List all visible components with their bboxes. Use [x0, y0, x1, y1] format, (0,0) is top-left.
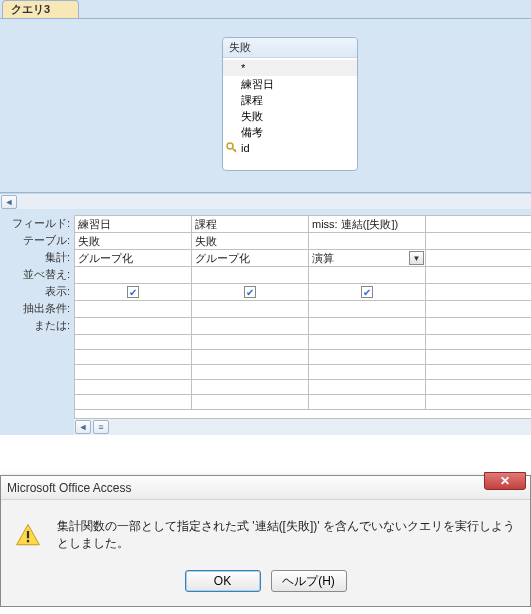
query-tab[interactable]: クエリ3 [2, 0, 79, 18]
dialog-message: 集計関数の一部として指定された式 '連結([失敗])' を含んでいないクエリを実… [57, 518, 516, 552]
field-name: * [241, 62, 245, 74]
cell-blank[interactable] [75, 335, 192, 349]
cell-total-value: 演算 [312, 251, 334, 266]
help-button[interactable]: ヘルプ(H) [271, 570, 347, 592]
page-gap [0, 435, 531, 475]
field-name: 失敗 [241, 109, 263, 124]
cell-blank[interactable] [309, 365, 426, 379]
cell-or[interactable] [309, 318, 426, 334]
grid-cells: 練習日 課程 miss: 連結([失敗]) 失敗 失敗 グループ化 グループ化 … [74, 215, 531, 419]
grid-row-blank [75, 350, 531, 365]
cell-total[interactable]: 演算 ▼ [309, 250, 426, 266]
row-header-blank [0, 334, 74, 351]
row-header-table: テーブル: [0, 232, 74, 249]
grid-hscrollbar[interactable]: ◄ ≡ [74, 419, 531, 435]
grid-row-table: 失敗 失敗 [75, 233, 531, 250]
qbe-grid: フィールド: テーブル: 集計: 並べ替え: 表示: 抽出条件: または: 練習… [0, 215, 531, 419]
field-name: id [241, 142, 250, 154]
cell-total[interactable]: グループ化 [75, 250, 192, 266]
object-tab-strip: クエリ3 [0, 0, 531, 18]
cell-sort[interactable] [309, 267, 426, 283]
cell-show[interactable]: ✔ [192, 284, 309, 300]
field-row[interactable]: 備考 [223, 124, 357, 140]
cell-or[interactable] [192, 318, 309, 334]
row-header-sort: 並べ替え: [0, 266, 74, 283]
grid-row-blank [75, 395, 531, 410]
grid-row-blank [75, 365, 531, 380]
checkbox-icon[interactable]: ✔ [361, 286, 373, 298]
cell-blank[interactable] [75, 365, 192, 379]
row-header-field: フィールド: [0, 215, 74, 232]
cell-table[interactable] [309, 233, 426, 249]
cell-blank[interactable] [309, 395, 426, 409]
field-row[interactable]: id [223, 140, 357, 156]
cell-show[interactable]: ✔ [309, 284, 426, 300]
table-box-title: 失敗 [223, 38, 357, 58]
cell-blank[interactable] [75, 350, 192, 364]
field-list[interactable]: * 練習日 課程 失敗 備考 id [223, 58, 357, 170]
cell-show[interactable]: ✔ [75, 284, 192, 300]
cell-or[interactable] [75, 318, 192, 334]
cell-field[interactable]: miss: 連結([失敗]) [309, 216, 426, 232]
query-design-workspace: クエリ3 失敗 * 練習日 課程 失敗 備考 id ◄ フィールド: テーブル: [0, 0, 531, 435]
dropdown-button[interactable]: ▼ [409, 251, 424, 265]
row-header-blank [0, 402, 74, 419]
row-header-or: または: [0, 317, 74, 334]
field-name: 備考 [241, 125, 263, 140]
checkbox-icon[interactable]: ✔ [244, 286, 256, 298]
row-header-col: フィールド: テーブル: 集計: 並べ替え: 表示: 抽出条件: または: [0, 215, 74, 419]
table-box[interactable]: 失敗 * 練習日 課程 失敗 備考 id [222, 37, 358, 171]
scroll-thumb-icon[interactable]: ≡ [93, 420, 109, 434]
field-name: 課程 [241, 93, 263, 108]
cell-sort[interactable] [75, 267, 192, 283]
grid-row-blank [75, 335, 531, 350]
cell-blank[interactable] [192, 380, 309, 394]
field-row[interactable]: 練習日 [223, 76, 357, 92]
cell-blank[interactable] [309, 350, 426, 364]
grid-row-criteria [75, 301, 531, 318]
row-header-show: 表示: [0, 283, 74, 300]
ok-button[interactable]: OK [185, 570, 261, 592]
row-header-blank [0, 351, 74, 368]
cell-field[interactable]: 練習日 [75, 216, 192, 232]
scroll-left-icon[interactable]: ◄ [1, 195, 17, 209]
dialog-message-row: 集計関数の一部として指定された式 '連結([失敗])' を含んでいないクエリを実… [15, 518, 516, 552]
field-row[interactable]: 課程 [223, 92, 357, 108]
cell-table[interactable]: 失敗 [75, 233, 192, 249]
close-button[interactable]: ✕ [484, 472, 526, 490]
grid-row-or [75, 318, 531, 335]
cell-criteria[interactable] [309, 301, 426, 317]
upper-hscrollbar[interactable]: ◄ [0, 193, 531, 209]
cell-sort[interactable] [192, 267, 309, 283]
cell-blank[interactable] [75, 380, 192, 394]
dialog-buttons: OK ヘルプ(H) [185, 570, 347, 592]
scroll-left-icon[interactable]: ◄ [75, 420, 91, 434]
cell-blank[interactable] [192, 335, 309, 349]
tables-pane[interactable]: 失敗 * 練習日 課程 失敗 備考 id [0, 18, 531, 193]
cell-blank[interactable] [75, 395, 192, 409]
error-dialog: Microsoft Office Access ✕ 集計関数の一部として指定され… [0, 475, 531, 607]
cell-blank[interactable] [309, 380, 426, 394]
cell-total[interactable]: グループ化 [192, 250, 309, 266]
dialog-title[interactable]: Microsoft Office Access [1, 476, 530, 500]
grid-row-blank [75, 380, 531, 395]
grid-row-field: 練習日 課程 miss: 連結([失敗]) [75, 216, 531, 233]
cell-blank[interactable] [192, 350, 309, 364]
dialog-body: 集計関数の一部として指定された式 '連結([失敗])' を含んでいないクエリを実… [1, 500, 530, 606]
cell-table[interactable]: 失敗 [192, 233, 309, 249]
field-row[interactable]: 失敗 [223, 108, 357, 124]
cell-blank[interactable] [192, 395, 309, 409]
cell-criteria[interactable] [75, 301, 192, 317]
field-name: 練習日 [241, 77, 274, 92]
cell-blank[interactable] [309, 335, 426, 349]
svg-rect-2 [27, 540, 29, 542]
warning-icon [15, 522, 41, 548]
grid-row-show: ✔ ✔ ✔ [75, 284, 531, 301]
cell-blank[interactable] [192, 365, 309, 379]
cell-field[interactable]: 課程 [192, 216, 309, 232]
field-row[interactable]: * [223, 60, 357, 76]
row-header-blank [0, 368, 74, 385]
checkbox-icon[interactable]: ✔ [127, 286, 139, 298]
primary-key-icon [226, 142, 238, 154]
cell-criteria[interactable] [192, 301, 309, 317]
